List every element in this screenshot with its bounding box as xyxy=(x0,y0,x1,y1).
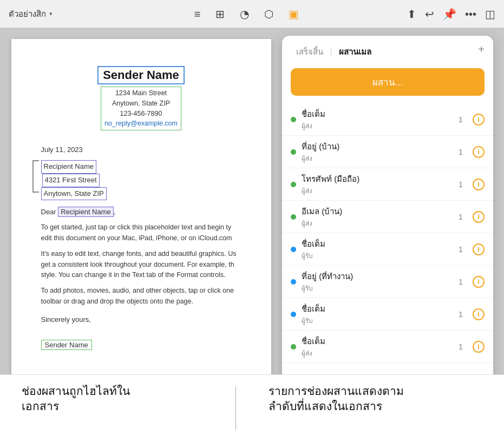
field-sub-5: ผู้รับ xyxy=(302,283,453,293)
recipient-block: Recipient Name 4321 First Street Anytown… xyxy=(41,160,241,200)
field-sub-6: ผู้รับ xyxy=(302,315,453,326)
recipient-city-line: Anytown, State ZIP xyxy=(41,187,241,201)
sender-name: Sender Name xyxy=(103,68,179,82)
sender-block: Sender Name 1234 Main Street Anytown, St… xyxy=(41,66,241,130)
field-dot-1 xyxy=(291,149,296,155)
field-info-icon-0[interactable]: i xyxy=(473,114,485,126)
field-sub-1: ผู้ส่ง xyxy=(302,153,453,163)
share-icon[interactable]: ⬆ xyxy=(407,9,416,19)
sender-name-bottom-box[interactable]: Sender Name xyxy=(41,340,92,350)
annotation-right-text: รายการช่องผสานแสดงตามลำดับที่แสดงในเอกสา… xyxy=(269,385,404,412)
field-info-icon-4[interactable]: i xyxy=(473,243,485,255)
field-info-4: ชื่อเต็ม ผู้รับ xyxy=(302,238,453,261)
media-icon[interactable]: ▣ xyxy=(289,9,299,19)
tab-merge[interactable]: ผสานเมล xyxy=(335,43,376,61)
field-info-2: โทรศัพท์ (มือถือ) ผู้ส่ง xyxy=(302,173,453,196)
sender-phone: 123-456-7890 xyxy=(104,109,178,119)
bottom-annotations: ช่องผสานถูกไฮไลท์ในเอกสาร รายการช่องผสาน… xyxy=(0,374,504,442)
field-name-5: ที่อยู่ (ที่ทำงาน) xyxy=(302,270,453,283)
field-dot-6 xyxy=(291,312,296,317)
field-item-1: ที่อยู่ (บ้าน) ผู้ส่ง 1 i xyxy=(282,136,493,168)
field-dot-3 xyxy=(291,214,296,220)
body-para-3: To add photos, movies, audio, and other … xyxy=(41,286,241,307)
annotation-right: รายการช่องผสานแสดงตามลำดับที่แสดงในเอกสา… xyxy=(236,384,482,433)
sender-name-bottom-wrapper: Sender Name xyxy=(41,340,241,350)
sender-name-box[interactable]: Sender Name xyxy=(97,66,185,84)
more-icon[interactable]: ••• xyxy=(465,9,476,19)
toolbar-right: ⬆ ↩ 📌 ••• ◫ xyxy=(398,9,495,19)
recipient-name-box[interactable]: Recipient Name xyxy=(41,160,97,174)
merge-button[interactable]: ผสาน... xyxy=(291,68,485,96)
body-para-1: To get started, just tap or click this p… xyxy=(41,222,241,243)
dear-suffix: , xyxy=(114,208,116,216)
field-dot-4 xyxy=(291,247,296,252)
chevron-down-icon[interactable]: ▾ xyxy=(49,10,53,17)
dear-prefix: Dear xyxy=(41,208,58,216)
field-name-3: อีเมล (บ้าน) xyxy=(302,205,453,218)
field-count-0: 1 xyxy=(459,115,463,124)
app-title: ตัวอย่างสิก xyxy=(9,8,46,21)
body-para-2: It's easy to edit text, change fonts, an… xyxy=(41,249,241,280)
field-info-icon-2[interactable]: i xyxy=(473,179,485,190)
field-count-1: 1 xyxy=(459,147,463,156)
chart-icon[interactable]: ◔ xyxy=(240,9,249,19)
field-dot-2 xyxy=(291,182,296,187)
tab-separator xyxy=(331,48,331,56)
dear-recipient-box[interactable]: Recipient Name xyxy=(58,207,114,217)
table-icon[interactable]: ⊞ xyxy=(215,9,225,19)
toolbar-center: ≡ ⊞ ◔ ⬡ ▣ xyxy=(106,9,387,19)
annotation-left: ช่องผสานถูกไฮไลท์ในเอกสาร xyxy=(22,384,235,433)
field-dot-0 xyxy=(291,117,296,122)
field-name-0: ชื่อเต็ม xyxy=(302,108,453,121)
recipient-city-box[interactable]: Anytown, State ZIP xyxy=(41,187,107,201)
recipient-street-box[interactable]: 4321 First Street xyxy=(42,174,100,187)
field-info-1: ที่อยู่ (บ้าน) ผู้ส่ง xyxy=(302,140,453,163)
field-count-3: 1 xyxy=(459,212,463,221)
field-info-icon-7[interactable]: i xyxy=(473,341,485,353)
shape-icon[interactable]: ⬡ xyxy=(264,9,273,19)
field-info-5: ที่อยู่ (ที่ทำงาน) ผู้รับ xyxy=(302,270,453,293)
sender-address: 1234 Main Street xyxy=(104,88,178,98)
list-icon[interactable]: ≡ xyxy=(194,9,201,19)
field-info-icon-1[interactable]: i xyxy=(473,146,485,158)
pin-icon[interactable]: 📌 xyxy=(443,9,456,19)
field-sub-3: ผู้ส่ง xyxy=(302,218,453,228)
recipient-name-line: Recipient Name xyxy=(41,160,241,174)
field-name-6: ชื่อเต็ม xyxy=(302,302,453,315)
toolbar: ตัวอย่างสิก ▾ ≡ ⊞ ◔ ⬡ ▣ ⬆ ↩ 📌 ••• ◫ xyxy=(0,0,504,28)
sender-city: Anytown, State ZIP xyxy=(104,98,178,109)
field-item-2: โทรศัพท์ (มือถือ) ผู้ส่ง 1 i xyxy=(282,168,493,201)
field-info-icon-5[interactable]: i xyxy=(473,276,485,288)
undo-icon[interactable]: ↩ xyxy=(425,9,434,19)
field-item-3: อีเมล (บ้าน) ผู้ส่ง 1 i xyxy=(282,201,493,233)
field-dot-5 xyxy=(291,279,296,285)
field-item-0: ชื่อเต็ม ผู้ส่ง 1 i xyxy=(282,103,493,136)
field-count-5: 1 xyxy=(459,277,463,286)
toolbar-left: ตัวอย่างสิก ▾ xyxy=(9,8,95,21)
sender-email: no_reply@example.com xyxy=(104,118,178,129)
field-info-7: ชื่อเต็ม ผู้ส่ง xyxy=(302,335,453,358)
field-info-6: ชื่อเต็ม ผู้รับ xyxy=(302,302,453,326)
field-item-5: ที่อยู่ (ที่ทำงาน) ผู้รับ 1 i xyxy=(282,266,493,298)
dear-line: Dear Recipient Name, xyxy=(41,208,241,216)
tab-quick[interactable]: เสร็จสิ้น xyxy=(292,43,328,61)
field-name-4: ชื่อเต็ม xyxy=(302,238,453,250)
field-info-icon-6[interactable]: i xyxy=(473,308,485,320)
field-name-2: โทรศัพท์ (มือถือ) xyxy=(302,173,453,186)
add-field-button[interactable]: + xyxy=(478,43,485,56)
field-sub-4: ผู้รับ xyxy=(302,250,453,261)
field-sub-7: ผู้ส่ง xyxy=(302,348,453,358)
sender-address-block[interactable]: 1234 Main Street Anytown, State ZIP 123-… xyxy=(101,87,181,130)
field-info-0: ชื่อเต็ม ผู้ส่ง xyxy=(302,108,453,131)
field-info-icon-3[interactable]: i xyxy=(473,211,485,223)
panel-header: เสร็จสิ้น ผสานเมล + xyxy=(282,36,493,66)
sidebar-icon[interactable]: ◫ xyxy=(485,9,495,19)
field-count-2: 1 xyxy=(459,180,463,189)
field-info-3: อีเมล (บ้าน) ผู้ส่ง xyxy=(302,205,453,228)
date-line: July 11, 2023 xyxy=(41,146,241,154)
field-sub-0: ผู้ส่ง xyxy=(302,121,453,131)
closing-text: Sincerely yours, xyxy=(41,315,241,324)
field-count-7: 1 xyxy=(459,342,463,351)
field-item-7: ชื่อเต็ม ผู้ส่ง 1 i xyxy=(282,331,493,363)
recipient-street-line: 4321 First Street xyxy=(41,174,241,187)
